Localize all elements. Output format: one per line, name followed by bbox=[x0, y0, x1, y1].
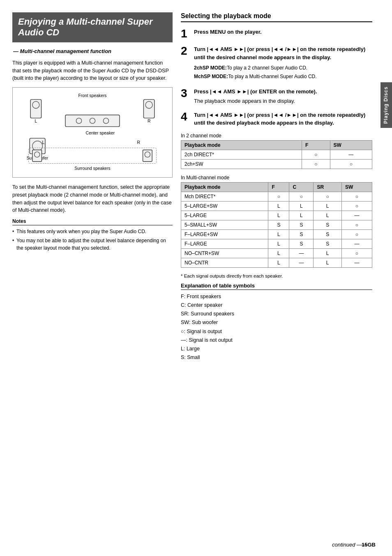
cell-mch-2-2: L bbox=[289, 211, 314, 220]
explanation-title: Explanation of table symbols bbox=[181, 283, 372, 290]
table-mch-section: In Multi-channel mode Playback mode F C … bbox=[181, 175, 372, 278]
table-2ch: Playback mode F SW 2ch DIRECT* ○ — 2ch+S… bbox=[181, 140, 372, 169]
cell-mch-7-0: NO–CNTR bbox=[181, 258, 268, 267]
col-mch-c: C bbox=[289, 182, 314, 192]
mode-2ch-name: 2chSP MODE: bbox=[194, 65, 227, 72]
table-2ch-section: In 2 channel mode Playback mode F SW 2ch… bbox=[181, 133, 372, 169]
subtitle: — Multi-channel management function bbox=[12, 48, 173, 54]
mode-descriptions: 2chSP MODE: To play a 2 channel Super Au… bbox=[194, 65, 372, 80]
cell-mch-6-4: ○ bbox=[341, 248, 372, 258]
table-row: 5–LARGE+SWLLL○ bbox=[181, 201, 372, 211]
explanation-item-0: F: Front speakers bbox=[181, 292, 372, 301]
explanation-item-1: C: Center speaker bbox=[181, 301, 372, 310]
svg-rect-7 bbox=[65, 115, 120, 127]
footnote: * Each signal outputs directly from each… bbox=[181, 273, 372, 278]
table-2ch-header: In 2 channel mode bbox=[181, 133, 372, 139]
col-sw: SW bbox=[330, 140, 372, 150]
svg-text:R: R bbox=[137, 140, 140, 145]
step-1-number: 1 bbox=[181, 28, 190, 39]
cell-mch-0-4: ○ bbox=[341, 192, 372, 201]
cell-mch-4-2: S bbox=[289, 229, 314, 239]
svg-text:Surround speakers: Surround speakers bbox=[74, 166, 111, 171]
cell-mch-6-3: L bbox=[314, 248, 342, 258]
explanation-item-7: S: Small bbox=[181, 353, 372, 362]
main-content: Enjoying a Multi-channel Super Audio CD … bbox=[0, 0, 380, 556]
table-row: 2ch+SW ○ ○ bbox=[181, 159, 372, 169]
table-row: Mch DIRECT*○○○○ bbox=[181, 192, 372, 201]
col-f: F bbox=[302, 140, 330, 150]
cell-mch-0-1: ○ bbox=[268, 192, 289, 201]
mode-row-mch: MchSP MODE: To play a Multi-channel Supe… bbox=[194, 73, 372, 80]
step-3-text: Press |◄◄ AMS ►►| (or ENTER on the remot… bbox=[194, 88, 317, 95]
cell-mch-1-0: 5–LARGE+SW bbox=[181, 201, 268, 211]
cell-mch-0-0: Mch DIRECT* bbox=[181, 192, 268, 201]
table-row: F–LARGE+SWLSS○ bbox=[181, 229, 372, 239]
cell-mch-3-1: S bbox=[268, 220, 289, 229]
cell-mch-6-1: L bbox=[268, 248, 289, 258]
diagram-svg: Front speakers L R Center speaker bbox=[17, 92, 168, 173]
cell-mch-7-1: L bbox=[268, 258, 289, 267]
page-number: 15GB bbox=[362, 542, 376, 548]
svg-text:L: L bbox=[42, 140, 44, 145]
page-title: Enjoying a Multi-channel Super Audio CD bbox=[18, 16, 167, 38]
desc-text: To set the Multi-channel management func… bbox=[12, 183, 173, 214]
cell-2chsw-f: ○ bbox=[302, 159, 330, 169]
svg-text:Front speakers: Front speakers bbox=[78, 93, 106, 98]
table-mch-header: In Multi-channel mode bbox=[181, 175, 372, 181]
table-row: 5–SMALL+SWSSS○ bbox=[181, 220, 372, 229]
title-box: Enjoying a Multi-channel Super Audio CD bbox=[12, 12, 173, 42]
explanation-section: Explanation of table symbols F: Front sp… bbox=[181, 283, 372, 362]
side-tab: Playing Discs bbox=[380, 82, 392, 128]
col-mch-sr: SR bbox=[314, 182, 342, 192]
svg-rect-1 bbox=[30, 100, 41, 118]
table-row: NO–CNTRL—L— bbox=[181, 258, 372, 267]
cell-mch-3-2: S bbox=[289, 220, 314, 229]
col-mch-f: F bbox=[268, 182, 289, 192]
notes-title: Notes bbox=[12, 218, 173, 225]
step-4-text: Turn |◄◄ AMS ►►| (or press |◄◄ /►►| on t… bbox=[194, 112, 365, 126]
note-item-2: You may not be able to adjust the output… bbox=[12, 237, 173, 252]
step-2-text: Turn |◄◄ AMS ►►| (or press |◄◄ /►►| on t… bbox=[194, 46, 365, 60]
mch-table-body: Mch DIRECT*○○○○5–LARGE+SWLLL○5–LARGELLL—… bbox=[181, 192, 372, 267]
table-row: NO–CNTR+SWL—L○ bbox=[181, 248, 372, 258]
col-mch-playback-mode: Playback mode bbox=[181, 182, 268, 192]
cell-mch-4-1: L bbox=[268, 229, 289, 239]
explanation-list: F: Front speakersC: Center speakerSR: Su… bbox=[181, 292, 372, 362]
step-2-number: 2 bbox=[181, 45, 190, 57]
svg-text:Center speaker: Center speaker bbox=[85, 131, 115, 135]
step-3-subtext: The playback mode appears in the display… bbox=[194, 97, 372, 105]
explanation-item-6: L: Large bbox=[181, 345, 372, 353]
step-3: 3 Press |◄◄ AMS ►►| (or ENTER on the rem… bbox=[181, 88, 372, 105]
cell-mch-5-2: S bbox=[289, 239, 314, 248]
table-row: F–LARGELSS— bbox=[181, 239, 372, 248]
cell-2ch-direct-sw: — bbox=[330, 150, 372, 159]
notes-list: This features only work when you play th… bbox=[12, 228, 173, 252]
table-mch: Playback mode F C SR SW Mch DIRECT*○○○○5… bbox=[181, 182, 372, 268]
cell-mch-5-0: F–LARGE bbox=[181, 239, 268, 248]
cell-mch-2-3: L bbox=[314, 211, 342, 220]
table-mch-header-row: Playback mode F C SR SW bbox=[181, 182, 372, 192]
explanation-item-4: ○: Signal is output bbox=[181, 327, 372, 336]
step-3-content: Press |◄◄ AMS ►►| (or ENTER on the remot… bbox=[194, 88, 372, 105]
cell-mch-5-4: — bbox=[341, 239, 372, 248]
step-4-number: 4 bbox=[181, 111, 190, 123]
cell-mch-0-2: ○ bbox=[289, 192, 314, 201]
cell-2chsw-sw: ○ bbox=[330, 159, 372, 169]
right-column: Selecting the playback mode 1 Press MENU… bbox=[181, 12, 372, 544]
step-2-content: Turn |◄◄ AMS ►►| (or press |◄◄ /►►| on t… bbox=[194, 45, 372, 82]
cell-mch-5-3: S bbox=[314, 239, 342, 248]
explanation-item-5: —: Signal is not output bbox=[181, 336, 372, 345]
cell-2ch-direct-f: ○ bbox=[302, 150, 330, 159]
step-1: 1 Press MENU on the player. bbox=[181, 28, 372, 39]
svg-text:L: L bbox=[35, 119, 37, 123]
cell-mch-1-2: L bbox=[289, 201, 314, 211]
notes-section: Notes This features only work when you p… bbox=[12, 218, 173, 252]
cell-mch-2-1: L bbox=[268, 211, 289, 220]
cell-2ch-direct-name: 2ch DIRECT* bbox=[181, 150, 302, 159]
page: Playing Discs Enjoying a Multi-channel S… bbox=[0, 0, 392, 556]
section-title: Selecting the playback mode bbox=[181, 12, 372, 22]
step-3-number: 3 bbox=[181, 88, 190, 99]
cell-mch-1-3: L bbox=[314, 201, 342, 211]
explanation-item-2: SR: Surround speakers bbox=[181, 310, 372, 318]
note-item-1: This features only work when you play th… bbox=[12, 228, 173, 235]
